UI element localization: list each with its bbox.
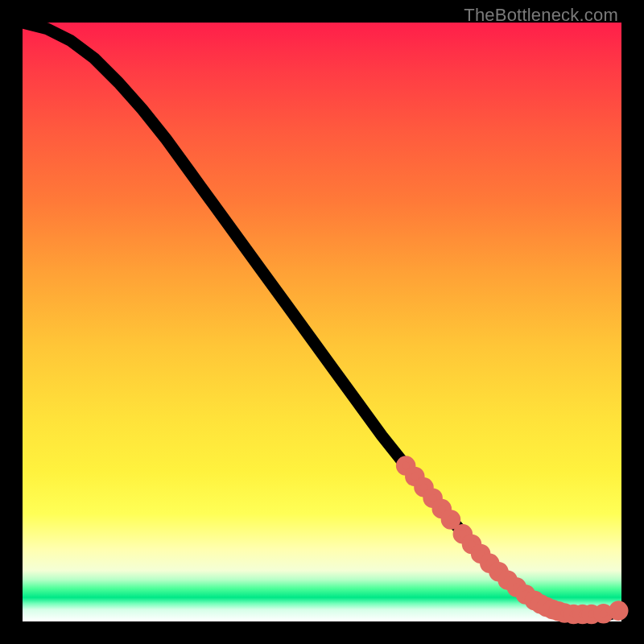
chart-overlay: [23, 23, 621, 621]
data-markers: [399, 459, 625, 621]
data-marker: [444, 513, 457, 526]
chart-stage: TheBottleneck.com: [0, 0, 644, 644]
data-marker: [597, 607, 610, 621]
data-marker: [612, 604, 625, 617]
data-curve: [23, 23, 621, 616]
